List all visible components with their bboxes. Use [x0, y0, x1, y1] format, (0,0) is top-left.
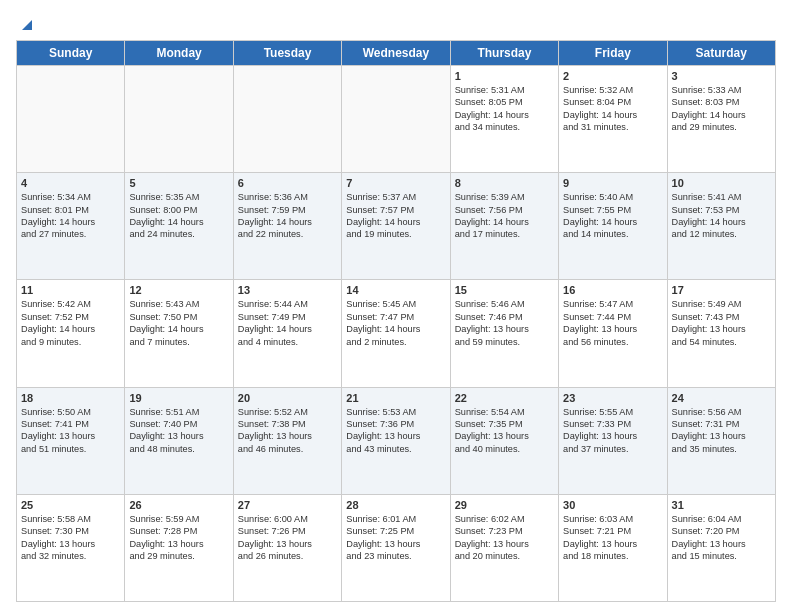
cell-content: Sunrise: 5:42 AM Sunset: 7:52 PM Dayligh… [21, 298, 120, 348]
calendar-cell: 16Sunrise: 5:47 AM Sunset: 7:44 PM Dayli… [559, 280, 667, 387]
cell-content: Sunrise: 5:49 AM Sunset: 7:43 PM Dayligh… [672, 298, 771, 348]
calendar-cell: 24Sunrise: 5:56 AM Sunset: 7:31 PM Dayli… [667, 387, 775, 494]
calendar-header-tuesday: Tuesday [233, 41, 341, 66]
day-number: 6 [238, 177, 337, 189]
calendar-header-wednesday: Wednesday [342, 41, 450, 66]
calendar-cell: 31Sunrise: 6:04 AM Sunset: 7:20 PM Dayli… [667, 494, 775, 601]
cell-content: Sunrise: 5:52 AM Sunset: 7:38 PM Dayligh… [238, 406, 337, 456]
calendar-cell: 18Sunrise: 5:50 AM Sunset: 7:41 PM Dayli… [17, 387, 125, 494]
cell-content: Sunrise: 5:59 AM Sunset: 7:28 PM Dayligh… [129, 513, 228, 563]
calendar-cell: 12Sunrise: 5:43 AM Sunset: 7:50 PM Dayli… [125, 280, 233, 387]
day-number: 21 [346, 392, 445, 404]
day-number: 14 [346, 284, 445, 296]
day-number: 13 [238, 284, 337, 296]
calendar-week-3: 11Sunrise: 5:42 AM Sunset: 7:52 PM Dayli… [17, 280, 776, 387]
day-number: 5 [129, 177, 228, 189]
calendar-header-monday: Monday [125, 41, 233, 66]
cell-content: Sunrise: 5:34 AM Sunset: 8:01 PM Dayligh… [21, 191, 120, 241]
calendar-cell: 28Sunrise: 6:01 AM Sunset: 7:25 PM Dayli… [342, 494, 450, 601]
calendar-cell: 14Sunrise: 5:45 AM Sunset: 7:47 PM Dayli… [342, 280, 450, 387]
cell-content: Sunrise: 5:45 AM Sunset: 7:47 PM Dayligh… [346, 298, 445, 348]
calendar-cell: 27Sunrise: 6:00 AM Sunset: 7:26 PM Dayli… [233, 494, 341, 601]
cell-content: Sunrise: 6:04 AM Sunset: 7:20 PM Dayligh… [672, 513, 771, 563]
calendar-cell: 29Sunrise: 6:02 AM Sunset: 7:23 PM Dayli… [450, 494, 558, 601]
day-number: 7 [346, 177, 445, 189]
day-number: 26 [129, 499, 228, 511]
day-number: 17 [672, 284, 771, 296]
calendar-cell: 3Sunrise: 5:33 AM Sunset: 8:03 PM Daylig… [667, 66, 775, 173]
cell-content: Sunrise: 6:01 AM Sunset: 7:25 PM Dayligh… [346, 513, 445, 563]
calendar-cell: 17Sunrise: 5:49 AM Sunset: 7:43 PM Dayli… [667, 280, 775, 387]
cell-content: Sunrise: 5:54 AM Sunset: 7:35 PM Dayligh… [455, 406, 554, 456]
cell-content: Sunrise: 5:43 AM Sunset: 7:50 PM Dayligh… [129, 298, 228, 348]
cell-content: Sunrise: 5:47 AM Sunset: 7:44 PM Dayligh… [563, 298, 662, 348]
day-number: 28 [346, 499, 445, 511]
cell-content: Sunrise: 5:33 AM Sunset: 8:03 PM Dayligh… [672, 84, 771, 134]
day-number: 10 [672, 177, 771, 189]
day-number: 23 [563, 392, 662, 404]
day-number: 1 [455, 70, 554, 82]
calendar-cell: 15Sunrise: 5:46 AM Sunset: 7:46 PM Dayli… [450, 280, 558, 387]
calendar-cell: 22Sunrise: 5:54 AM Sunset: 7:35 PM Dayli… [450, 387, 558, 494]
cell-content: Sunrise: 6:03 AM Sunset: 7:21 PM Dayligh… [563, 513, 662, 563]
calendar-cell: 25Sunrise: 5:58 AM Sunset: 7:30 PM Dayli… [17, 494, 125, 601]
calendar-cell [17, 66, 125, 173]
calendar-cell: 2Sunrise: 5:32 AM Sunset: 8:04 PM Daylig… [559, 66, 667, 173]
day-number: 27 [238, 499, 337, 511]
calendar-cell: 9Sunrise: 5:40 AM Sunset: 7:55 PM Daylig… [559, 173, 667, 280]
cell-content: Sunrise: 5:35 AM Sunset: 8:00 PM Dayligh… [129, 191, 228, 241]
day-number: 9 [563, 177, 662, 189]
calendar-cell: 13Sunrise: 5:44 AM Sunset: 7:49 PM Dayli… [233, 280, 341, 387]
cell-content: Sunrise: 5:50 AM Sunset: 7:41 PM Dayligh… [21, 406, 120, 456]
cell-content: Sunrise: 6:00 AM Sunset: 7:26 PM Dayligh… [238, 513, 337, 563]
calendar-header-friday: Friday [559, 41, 667, 66]
calendar-cell: 21Sunrise: 5:53 AM Sunset: 7:36 PM Dayli… [342, 387, 450, 494]
calendar-cell: 23Sunrise: 5:55 AM Sunset: 7:33 PM Dayli… [559, 387, 667, 494]
cell-content: Sunrise: 5:55 AM Sunset: 7:33 PM Dayligh… [563, 406, 662, 456]
day-number: 30 [563, 499, 662, 511]
cell-content: Sunrise: 5:36 AM Sunset: 7:59 PM Dayligh… [238, 191, 337, 241]
svg-marker-0 [22, 20, 32, 30]
calendar-cell: 11Sunrise: 5:42 AM Sunset: 7:52 PM Dayli… [17, 280, 125, 387]
day-number: 18 [21, 392, 120, 404]
cell-content: Sunrise: 5:53 AM Sunset: 7:36 PM Dayligh… [346, 406, 445, 456]
cell-content: Sunrise: 5:39 AM Sunset: 7:56 PM Dayligh… [455, 191, 554, 241]
calendar-cell [342, 66, 450, 173]
day-number: 11 [21, 284, 120, 296]
calendar-cell [233, 66, 341, 173]
calendar-week-4: 18Sunrise: 5:50 AM Sunset: 7:41 PM Dayli… [17, 387, 776, 494]
day-number: 20 [238, 392, 337, 404]
day-number: 12 [129, 284, 228, 296]
calendar-table: SundayMondayTuesdayWednesdayThursdayFrid… [16, 40, 776, 602]
calendar-cell: 6Sunrise: 5:36 AM Sunset: 7:59 PM Daylig… [233, 173, 341, 280]
day-number: 24 [672, 392, 771, 404]
logo-arrow-icon [18, 16, 34, 32]
calendar-cell: 4Sunrise: 5:34 AM Sunset: 8:01 PM Daylig… [17, 173, 125, 280]
day-number: 3 [672, 70, 771, 82]
cell-content: Sunrise: 5:40 AM Sunset: 7:55 PM Dayligh… [563, 191, 662, 241]
calendar-cell: 8Sunrise: 5:39 AM Sunset: 7:56 PM Daylig… [450, 173, 558, 280]
calendar-week-2: 4Sunrise: 5:34 AM Sunset: 8:01 PM Daylig… [17, 173, 776, 280]
day-number: 31 [672, 499, 771, 511]
cell-content: Sunrise: 5:44 AM Sunset: 7:49 PM Dayligh… [238, 298, 337, 348]
calendar-header-saturday: Saturday [667, 41, 775, 66]
cell-content: Sunrise: 5:46 AM Sunset: 7:46 PM Dayligh… [455, 298, 554, 348]
calendar-week-5: 25Sunrise: 5:58 AM Sunset: 7:30 PM Dayli… [17, 494, 776, 601]
day-number: 8 [455, 177, 554, 189]
calendar-header-sunday: Sunday [17, 41, 125, 66]
calendar-week-1: 1Sunrise: 5:31 AM Sunset: 8:05 PM Daylig… [17, 66, 776, 173]
day-number: 4 [21, 177, 120, 189]
calendar-cell: 20Sunrise: 5:52 AM Sunset: 7:38 PM Dayli… [233, 387, 341, 494]
calendar-cell: 7Sunrise: 5:37 AM Sunset: 7:57 PM Daylig… [342, 173, 450, 280]
header [16, 16, 776, 32]
calendar-cell: 1Sunrise: 5:31 AM Sunset: 8:05 PM Daylig… [450, 66, 558, 173]
cell-content: Sunrise: 6:02 AM Sunset: 7:23 PM Dayligh… [455, 513, 554, 563]
cell-content: Sunrise: 5:41 AM Sunset: 7:53 PM Dayligh… [672, 191, 771, 241]
cell-content: Sunrise: 5:51 AM Sunset: 7:40 PM Dayligh… [129, 406, 228, 456]
day-number: 2 [563, 70, 662, 82]
calendar-header-row: SundayMondayTuesdayWednesdayThursdayFrid… [17, 41, 776, 66]
cell-content: Sunrise: 5:37 AM Sunset: 7:57 PM Dayligh… [346, 191, 445, 241]
logo [16, 16, 34, 32]
calendar-cell: 26Sunrise: 5:59 AM Sunset: 7:28 PM Dayli… [125, 494, 233, 601]
calendar-cell [125, 66, 233, 173]
